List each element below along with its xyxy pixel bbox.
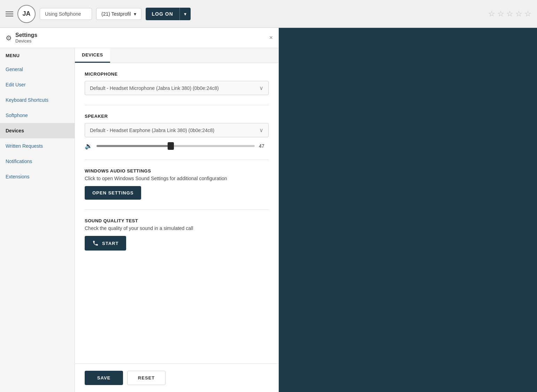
settings-title-group: Settings Devices bbox=[15, 32, 37, 44]
slider-fill bbox=[97, 145, 171, 147]
volume-slider[interactable] bbox=[97, 145, 255, 147]
reset-button[interactable]: RESET bbox=[127, 371, 166, 385]
save-button[interactable]: SAVE bbox=[85, 371, 123, 385]
settings-sidebar: MENU General Edit User Keyboard Shortcut… bbox=[0, 48, 75, 392]
speaker-title: SPEAKER bbox=[85, 114, 269, 119]
star-2[interactable]: ☆ bbox=[497, 9, 504, 18]
windows-audio-title: WINDOWS AUDIO SETTINGS bbox=[85, 168, 269, 174]
start-button[interactable]: START bbox=[85, 236, 126, 251]
settings-subtitle: Devices bbox=[15, 38, 37, 44]
sidebar-item-softphone[interactable]: Softphone bbox=[0, 108, 75, 123]
logon-arrow-icon: ▾ bbox=[179, 8, 191, 20]
divider-2 bbox=[85, 160, 269, 160]
sidebar-item-extensions[interactable]: Extensions bbox=[0, 169, 75, 184]
speaker-dropdown[interactable]: Default - Headset Earphone (Jabra Link 3… bbox=[85, 123, 269, 137]
settings-title: Settings bbox=[15, 32, 37, 38]
phone-icon bbox=[92, 240, 99, 246]
sidebar-item-devices[interactable]: Devices bbox=[0, 123, 75, 138]
settings-panel: ⚙ Settings Devices × MENU General Edit U… bbox=[0, 28, 279, 392]
avatar: JA bbox=[17, 5, 36, 23]
sidebar-item-written-requests[interactable]: Written Requests bbox=[0, 138, 75, 154]
volume-icon: 🔉 bbox=[85, 142, 92, 150]
sidebar-item-edit-user[interactable]: Edit User bbox=[0, 77, 75, 92]
divider-3 bbox=[85, 209, 269, 210]
sidebar-item-general[interactable]: General bbox=[0, 62, 75, 77]
sound-quality-description: Check the quality of your sound in a sim… bbox=[85, 225, 269, 231]
star-1[interactable]: ☆ bbox=[488, 9, 495, 18]
content-scroll: MICROPHONE Default - Headset Microphone … bbox=[75, 63, 278, 363]
close-icon[interactable]: × bbox=[269, 34, 273, 41]
softphone-label: Using Softphone bbox=[40, 8, 92, 20]
microphone-selected-value: Default - Headset Microphone (Jabra Link… bbox=[90, 85, 219, 91]
star-ratings: ☆ ☆ ☆ ☆ ☆ bbox=[488, 9, 531, 18]
right-dark-background bbox=[279, 28, 537, 392]
microphone-section: MICROPHONE Default - Headset Microphone … bbox=[85, 71, 269, 95]
profile-chevron-icon: ▾ bbox=[134, 11, 136, 17]
content-area: DEVICES MICROPHONE Default - Headset Mic… bbox=[75, 48, 278, 392]
open-settings-button[interactable]: OPEN SETTINGS bbox=[85, 186, 141, 200]
settings-gear-icon: ⚙ bbox=[6, 34, 12, 42]
sound-quality-title: SOUND QUALITY TEST bbox=[85, 218, 269, 223]
logon-label: LOG ON bbox=[146, 8, 179, 20]
sound-quality-section: SOUND QUALITY TEST Check the quality of … bbox=[85, 218, 269, 251]
volume-value: 47 bbox=[259, 143, 269, 149]
speaker-section: SPEAKER Default - Headset Earphone (Jabr… bbox=[85, 114, 269, 150]
volume-row: 🔉 47 bbox=[85, 142, 269, 150]
profile-name: (21) Testprofil bbox=[101, 11, 131, 17]
logon-button[interactable]: LOG ON ▾ bbox=[146, 8, 191, 20]
menu-label: MENU bbox=[0, 48, 75, 62]
speaker-chevron-icon: ∨ bbox=[259, 127, 263, 133]
sidebar-item-notifications[interactable]: Notifications bbox=[0, 154, 75, 169]
topbar: JA Using Softphone (21) Testprofil ▾ LOG… bbox=[0, 0, 537, 28]
footer-buttons: SAVE RESET bbox=[75, 363, 278, 392]
windows-audio-description: Click to open Windows Sound Settings for… bbox=[85, 176, 269, 181]
microphone-dropdown[interactable]: Default - Headset Microphone (Jabra Link… bbox=[85, 81, 269, 95]
tab-devices[interactable]: DEVICES bbox=[75, 48, 110, 63]
slider-thumb[interactable] bbox=[168, 142, 174, 150]
microphone-title: MICROPHONE bbox=[85, 71, 269, 77]
speaker-selected-value: Default - Headset Earphone (Jabra Link 3… bbox=[90, 128, 214, 133]
main-area: ⚙ Settings Devices × MENU General Edit U… bbox=[0, 28, 537, 392]
settings-header: ⚙ Settings Devices × bbox=[0, 28, 278, 48]
start-label: START bbox=[102, 241, 118, 246]
sidebar-item-keyboard-shortcuts[interactable]: Keyboard Shortcuts bbox=[0, 92, 75, 108]
star-4[interactable]: ☆ bbox=[515, 9, 522, 18]
windows-audio-section: WINDOWS AUDIO SETTINGS Click to open Win… bbox=[85, 168, 269, 200]
profile-select[interactable]: (21) Testprofil ▾ bbox=[96, 8, 141, 20]
star-5[interactable]: ☆ bbox=[524, 9, 531, 18]
microphone-chevron-icon: ∨ bbox=[259, 85, 263, 91]
divider-1 bbox=[85, 105, 269, 105]
tab-bar: DEVICES bbox=[75, 48, 278, 63]
hamburger-menu[interactable] bbox=[6, 11, 13, 16]
settings-body: MENU General Edit User Keyboard Shortcut… bbox=[0, 48, 278, 392]
star-3[interactable]: ☆ bbox=[506, 9, 513, 18]
